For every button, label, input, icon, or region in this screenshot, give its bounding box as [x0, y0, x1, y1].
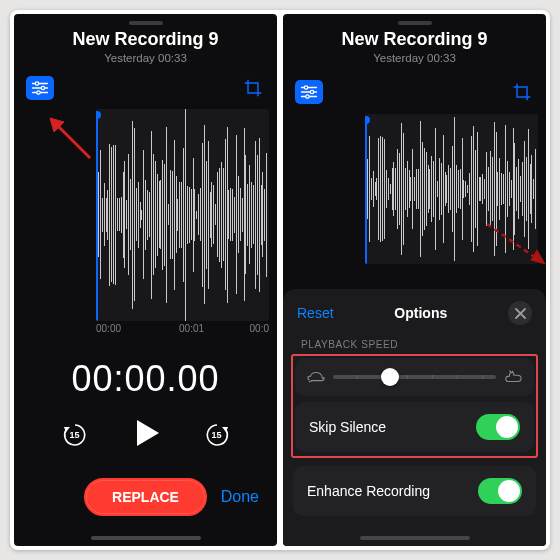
phone-left: New Recording 9 Yesterday 00:33 — [14, 14, 277, 546]
svg-point-5 — [37, 91, 40, 94]
recording-title: New Recording 9 — [283, 29, 546, 50]
bottom-bar: REPLACE Done — [14, 478, 277, 516]
svg-point-12 — [304, 86, 307, 89]
waveform[interactable] — [365, 114, 538, 264]
crop-icon — [512, 82, 532, 102]
svg-point-3 — [41, 86, 44, 89]
skip-silence-row: Skip Silence — [295, 402, 534, 452]
svg-marker-7 — [50, 118, 64, 132]
svg-line-6 — [56, 124, 90, 158]
waveform[interactable] — [96, 109, 269, 321]
recording-subtitle: Yesterday 00:33 — [283, 52, 546, 64]
timer: 00:00.00 — [14, 358, 277, 400]
speed-slider[interactable] — [333, 375, 496, 379]
sliders-icon — [300, 85, 318, 99]
play-icon — [129, 416, 163, 450]
speed-slider-row — [295, 358, 534, 396]
trim-button[interactable] — [241, 76, 265, 100]
grabber[interactable] — [398, 21, 432, 25]
skip-back-button[interactable]: 15 — [61, 421, 89, 449]
time-ticks: 00:00 00:01 00:0 — [96, 321, 269, 337]
playback-controls: 15 15 — [14, 416, 277, 454]
close-button[interactable] — [508, 301, 532, 325]
done-button[interactable]: Done — [221, 488, 259, 506]
grabber[interactable] — [129, 21, 163, 25]
skip-silence-label: Skip Silence — [309, 419, 386, 435]
tool-row — [283, 78, 546, 112]
svg-marker-9 — [137, 420, 159, 446]
recording-title: New Recording 9 — [14, 29, 277, 50]
home-indicator[interactable] — [360, 536, 470, 540]
turtle-icon — [307, 370, 325, 384]
sliders-icon — [31, 81, 49, 95]
home-indicator[interactable] — [91, 536, 201, 540]
skip-silence-toggle[interactable] — [476, 414, 520, 440]
panel-title: Options — [394, 305, 447, 321]
section-label: PLAYBACK SPEED — [283, 335, 546, 356]
reset-button[interactable]: Reset — [297, 305, 334, 321]
replace-button[interactable]: REPLACE — [84, 478, 207, 516]
phone-right: New Recording 9 Yesterday 00:33 — [283, 14, 546, 546]
skip-forward-button[interactable]: 15 — [203, 421, 231, 449]
slider-knob[interactable] — [381, 368, 399, 386]
highlight-box: Skip Silence — [291, 354, 538, 458]
tool-row — [14, 74, 277, 107]
options-panel: Reset Options PLAYBACK SPEED Sk — [283, 289, 546, 546]
annotation-arrow — [48, 116, 94, 162]
svg-point-14 — [310, 90, 313, 93]
enhance-label: Enhance Recording — [307, 483, 430, 499]
options-button[interactable] — [26, 76, 54, 100]
trim-button[interactable] — [510, 80, 534, 104]
close-icon — [515, 308, 526, 319]
enhance-toggle[interactable] — [478, 478, 522, 504]
enhance-row: Enhance Recording — [293, 466, 536, 516]
rabbit-icon — [504, 370, 522, 384]
svg-point-16 — [306, 95, 309, 98]
play-button[interactable] — [129, 416, 163, 454]
svg-point-1 — [35, 82, 38, 85]
comparison-frame: New Recording 9 Yesterday 00:33 — [10, 10, 550, 550]
crop-icon — [243, 78, 263, 98]
options-button[interactable] — [295, 80, 323, 104]
recording-subtitle: Yesterday 00:33 — [14, 52, 277, 64]
